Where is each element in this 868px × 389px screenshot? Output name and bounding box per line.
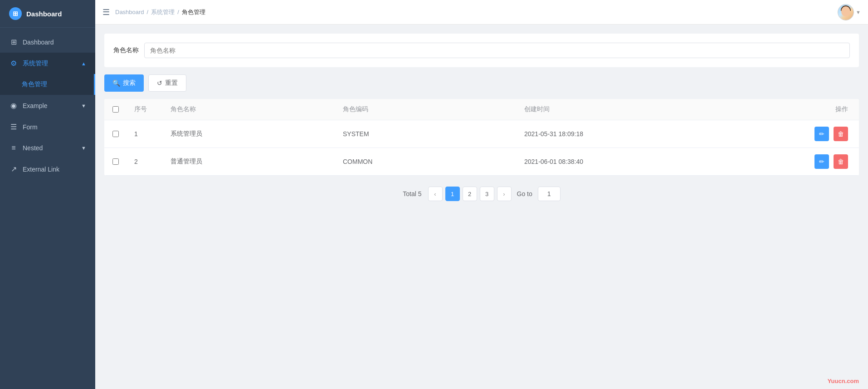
chevron-up-icon: ▲: [81, 61, 86, 66]
role-table: 序号 角色名称 角色编码 创建时间 操作: [104, 99, 859, 176]
table-row: 1 系统管理员 SYSTEM 2021-05-31 18:09:18 ✏ 🗑: [104, 120, 859, 148]
action-bar: 🔍 搜索 ↺ 重置: [104, 74, 859, 92]
user-menu-arrow[interactable]: ▼: [856, 10, 861, 15]
form-icon: ☰: [9, 123, 18, 131]
sidebar-logo: ⊞ Dashboard: [0, 0, 95, 28]
header-code: 角色编码: [336, 99, 517, 120]
logo-label: Dashboard: [26, 10, 62, 18]
chevron-down-icon: ▼: [81, 145, 86, 151]
goto-label: Go to: [517, 190, 532, 197]
menu-toggle-button[interactable]: ☰: [102, 7, 110, 17]
breadcrumb-sep-1: /: [147, 9, 149, 15]
filter-bar: 角色名称: [104, 34, 859, 67]
row-code: SYSTEM: [336, 120, 517, 148]
row-time: 2021-06-01 08:38:40: [517, 148, 608, 176]
sidebar-item-label: Dashboard: [23, 39, 86, 46]
table-container: 序号 角色名称 角色编码 创建时间 操作: [104, 99, 859, 176]
table-header-row: 序号 角色名称 角色编码 创建时间 操作: [104, 99, 859, 120]
sidebar-item-example[interactable]: ◉ Example ▼: [0, 95, 95, 116]
chevron-down-icon: ▼: [81, 103, 86, 108]
external-link-icon: ↗: [9, 165, 18, 173]
sidebar-item-label: Nested: [23, 144, 81, 152]
row-actions: ✏ 🗑: [608, 120, 859, 148]
breadcrumb-current: 角色管理: [182, 8, 205, 16]
sidebar-item-label: Example: [23, 102, 81, 109]
system-submenu: 角色管理: [0, 74, 95, 95]
header-name: 角色名称: [163, 99, 336, 120]
system-icon: ⚙: [9, 59, 18, 68]
breadcrumb: Dashboard / 系统管理 / 角色管理: [115, 8, 205, 16]
avatar[interactable]: [838, 4, 854, 20]
sidebar-item-external-link[interactable]: ↗ External Link: [0, 158, 95, 180]
main-area: ☰ Dashboard / 系统管理 / 角色管理 ▼ 角色名称: [95, 0, 868, 389]
page-button-1[interactable]: 1: [445, 187, 460, 201]
search-label: 搜索: [123, 79, 136, 87]
pagination: Total 5 ‹ 1 2 3 › Go to: [104, 176, 859, 212]
nested-icon: ≡: [9, 144, 18, 152]
sidebar: ⊞ Dashboard ⊞ Dashboard ⚙ 系统管理 ▲ 角色管理 ◉ …: [0, 0, 95, 389]
row-name: 系统管理员: [163, 120, 336, 148]
goto-input[interactable]: [538, 187, 561, 201]
reset-button[interactable]: ↺ 重置: [148, 74, 186, 92]
row-checkbox-0[interactable]: [112, 131, 119, 137]
table-row: 2 普通管理员 COMMON 2021-06-01 08:38:40 ✏ 🗑: [104, 148, 859, 176]
sidebar-item-label: External Link: [23, 166, 86, 173]
sidebar-item-label: Form: [23, 123, 86, 131]
next-page-button[interactable]: ›: [497, 187, 512, 201]
table-body: 1 系统管理员 SYSTEM 2021-05-31 18:09:18 ✏ 🗑 2…: [104, 120, 859, 176]
sidebar-item-label: 系统管理: [23, 59, 81, 68]
row-time: 2021-05-31 18:09:18: [517, 120, 608, 148]
reset-icon: ↺: [157, 79, 162, 87]
row-num: 2: [127, 148, 163, 176]
example-icon: ◉: [9, 101, 18, 110]
row-num: 1: [127, 120, 163, 148]
prev-page-button[interactable]: ‹: [428, 187, 443, 201]
content-area: 角色名称 🔍 搜索 ↺ 重置: [95, 25, 868, 389]
reset-label: 重置: [165, 79, 178, 87]
logo-icon: ⊞: [9, 7, 22, 20]
header-checkbox-col: [104, 99, 127, 120]
edit-button-0[interactable]: ✏: [814, 127, 829, 141]
row-checkbox-1[interactable]: [112, 158, 119, 165]
header-action: 操作: [608, 99, 859, 120]
topbar-right: ▼: [838, 4, 861, 20]
sidebar-item-role-management[interactable]: 角色管理: [0, 74, 95, 95]
row-name: 普通管理员: [163, 148, 336, 176]
avatar-face: [841, 6, 850, 16]
sidebar-item-nested[interactable]: ≡ Nested ▼: [0, 138, 95, 158]
delete-button-0[interactable]: 🗑: [834, 127, 848, 141]
breadcrumb-sep-2: /: [177, 9, 179, 15]
pagination-total: Total 5: [403, 190, 421, 197]
delete-button-1[interactable]: 🗑: [834, 154, 848, 169]
avatar-image: [838, 5, 853, 20]
select-all-checkbox[interactable]: [112, 106, 119, 113]
search-button[interactable]: 🔍 搜索: [104, 74, 144, 92]
row-checkbox-cell: [104, 120, 127, 148]
topbar: ☰ Dashboard / 系统管理 / 角色管理 ▼: [95, 0, 868, 25]
header-num: 序号: [127, 99, 163, 120]
sidebar-menu: ⊞ Dashboard ⚙ 系统管理 ▲ 角色管理 ◉ Example ▼ ☰ …: [0, 28, 95, 180]
search-icon: 🔍: [112, 79, 120, 87]
submenu-label: 角色管理: [22, 80, 85, 89]
header-time: 创建时间: [517, 99, 608, 120]
row-actions: ✏ 🗑: [608, 148, 859, 176]
watermark: Yuucn.com: [828, 378, 859, 384]
row-code: COMMON: [336, 148, 517, 176]
row-checkbox-cell: [104, 148, 127, 176]
role-name-input[interactable]: [144, 43, 850, 58]
sidebar-item-form[interactable]: ☰ Form: [0, 116, 95, 138]
page-button-2[interactable]: 2: [463, 187, 477, 201]
edit-button-1[interactable]: ✏: [814, 154, 829, 169]
sidebar-item-system[interactable]: ⚙ 系统管理 ▲: [0, 53, 95, 74]
breadcrumb-dashboard[interactable]: Dashboard: [115, 9, 144, 15]
sidebar-item-dashboard[interactable]: ⊞ Dashboard: [0, 31, 95, 53]
filter-label: 角色名称: [113, 46, 139, 54]
dashboard-icon: ⊞: [9, 38, 18, 46]
breadcrumb-system[interactable]: 系统管理: [151, 8, 175, 16]
page-button-3[interactable]: 3: [480, 187, 494, 201]
